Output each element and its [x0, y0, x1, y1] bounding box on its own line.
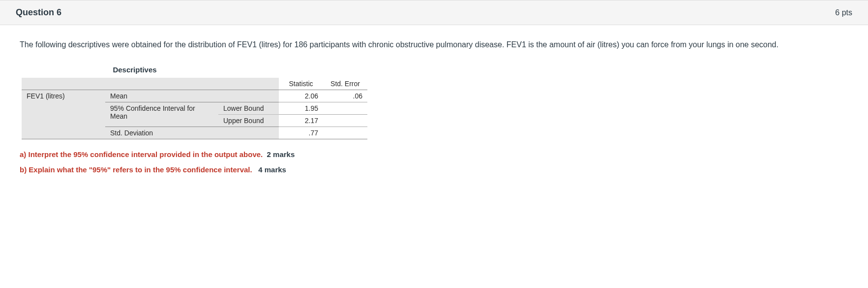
subquestion-a: a) Interpret the 95% confidence interval… [20, 150, 848, 159]
question-title: Question 6 [16, 7, 61, 18]
row-lower-err [323, 102, 367, 115]
descriptives-table: Statistic Std. Error FEV1 (litres) Mean … [22, 78, 367, 139]
subquestion-a-text: a) Interpret the 95% confidence interval… [20, 150, 263, 159]
subquestion-b-marks: 4 marks [258, 165, 286, 174]
question-body: The following descriptives were obtained… [0, 25, 868, 188]
question-header: Question 6 6 pts [0, 0, 868, 25]
blank-header [218, 78, 279, 90]
blank-header [22, 78, 105, 90]
row-upper-stat: 2.17 [279, 115, 323, 127]
row-lower-stat: 1.95 [279, 102, 323, 115]
table-row: FEV1 (litres) Mean 2.06 .06 [22, 90, 367, 102]
subquestion-a-marks: 2 marks [267, 150, 295, 159]
subquestion-b-text: b) Explain what the "95%" refers to in t… [20, 165, 252, 174]
row-mean-stat: 2.06 [279, 90, 323, 102]
row-mean-err: .06 [323, 90, 367, 102]
row-sd-err [323, 127, 367, 139]
row-ci-label: 95% Confidence Interval for Mean [105, 102, 218, 127]
col-stderr: Std. Error [323, 78, 367, 90]
row-lower-label: Lower Bound [218, 102, 279, 115]
variable-label: FEV1 (litres) [22, 90, 105, 139]
blank-header [105, 78, 218, 90]
row-upper-label: Upper Bound [218, 115, 279, 127]
subquestion-b: b) Explain what the "95%" refers to in t… [20, 165, 848, 174]
row-sd-stat: .77 [279, 127, 323, 139]
question-points: 6 pts [835, 8, 852, 17]
row-upper-err [323, 115, 367, 127]
table-title: Descriptives [22, 65, 248, 74]
question-prompt: The following descriptives were obtained… [20, 39, 848, 51]
col-statistic: Statistic [279, 78, 323, 90]
row-mean-label: Mean [105, 90, 279, 102]
row-sd-label: Std. Deviation [105, 127, 279, 139]
